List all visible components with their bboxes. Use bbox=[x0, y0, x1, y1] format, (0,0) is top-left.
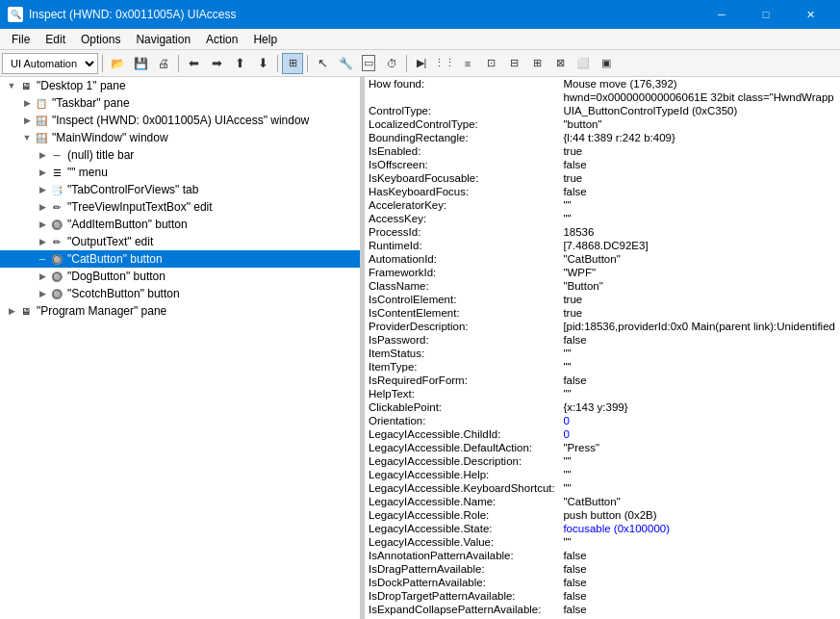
toolbar-btn-r8[interactable]: ⬜ bbox=[573, 53, 594, 74]
prop-value-itemstatus: "" bbox=[559, 347, 840, 360]
tree-node-mainwindow[interactable]: ▼ 🪟 "MainWindow" window bbox=[0, 129, 360, 146]
menu-bar: File Edit Options Navigation Action Help bbox=[0, 29, 840, 50]
prop-label-hwnd bbox=[365, 90, 559, 104]
tree-node-inspect[interactable]: ▶ 🪟 "Inspect (HWND: 0x0011005A) UIAccess… bbox=[0, 112, 360, 129]
prop-label-legacyhelp: LegacyIAccessible.Help: bbox=[365, 468, 559, 481]
icon-dogbutton: 🔘 bbox=[50, 270, 64, 283]
prop-row-isoffscreen: IsOffscreen: false bbox=[365, 158, 840, 171]
toolbar-btn-r7[interactable]: ⊠ bbox=[549, 53, 571, 74]
prop-label-itemstatus: ItemStatus: bbox=[365, 347, 559, 360]
tree-node-progmgr[interactable]: ▶ 🖥 "Program Manager" pane bbox=[0, 302, 360, 320]
prop-row-isdock: IsDockPatternAvailable: false bbox=[365, 576, 840, 589]
prop-row-haskeyboardfocus: HasKeyboardFocus: false bbox=[365, 185, 840, 198]
automation-mode-select[interactable]: UI Automation bbox=[2, 53, 98, 74]
prop-label-isdroptarget: IsDropTargetPatternAvailable: bbox=[365, 589, 559, 603]
toolbar-btn-r3[interactable]: ≡ bbox=[457, 53, 478, 74]
toolbar-btn-r6[interactable]: ⊞ bbox=[526, 53, 547, 74]
maximize-button[interactable]: □ bbox=[744, 0, 788, 29]
tree-node-dogbutton[interactable]: ▶ 🔘 "DogButton" button bbox=[0, 268, 360, 285]
tree-node-tabcontrol[interactable]: ▶ 📑 "TabControlForViews" tab bbox=[0, 181, 360, 198]
prop-value-isoffscreen: false bbox=[559, 158, 840, 171]
menu-navigation[interactable]: Navigation bbox=[128, 30, 198, 49]
prop-row-hwnd: hwnd=0x000000000006061E 32bit class="Hwn… bbox=[365, 90, 840, 104]
prop-value-clickablepoint: {x:143 y:399} bbox=[559, 400, 840, 414]
tree-node-catbutton[interactable]: ─ 🔘 "CatButton" button bbox=[0, 250, 360, 268]
toolbar-btn-r5[interactable]: ⊟ bbox=[503, 53, 524, 74]
toolbar-btn-r1[interactable]: ▶| bbox=[411, 53, 432, 74]
menu-action[interactable]: Action bbox=[198, 30, 245, 49]
menu-options[interactable]: Options bbox=[73, 30, 128, 49]
prop-row-helptext: HelpText: "" bbox=[365, 387, 840, 400]
tree-node-outputtext[interactable]: ▶ ✏ "OutputText" edit bbox=[0, 233, 360, 250]
toolbar-btn-r2[interactable]: ⋮⋮ bbox=[434, 53, 455, 74]
prop-value-hwnd: hwnd=0x000000000006061E 32bit class="Hwn… bbox=[559, 90, 840, 104]
toolbar-btn-open[interactable]: 📂 bbox=[107, 53, 128, 74]
prop-value-isannotation: false bbox=[559, 549, 840, 562]
prop-value-providerdesc: [pid:18536,providerId:0x0 Main(parent li… bbox=[559, 320, 840, 333]
minimize-button[interactable]: ─ bbox=[700, 0, 744, 29]
tree-node-additem[interactable]: ▶ 🔘 "AddItemButton" button bbox=[0, 216, 360, 233]
expander-tabcontrol: ▶ bbox=[35, 182, 50, 197]
expander-desktop: ▼ bbox=[4, 78, 19, 93]
window-title: Inspect (HWND: 0x0011005A) UIAccess bbox=[29, 8, 236, 21]
prop-row-itemtype: ItemType: "" bbox=[365, 360, 840, 374]
tree-node-menu[interactable]: ▶ ☰ "" menu bbox=[0, 164, 360, 181]
tree-node-treeinput[interactable]: ▶ ✏ "TreeViewInputTextBox" edit bbox=[0, 198, 360, 216]
tree-node-desktop[interactable]: ▼ 🖥 "Desktop 1" pane bbox=[0, 77, 360, 94]
close-button[interactable]: ✕ bbox=[788, 0, 832, 29]
prop-value-legacydefaultaction: "Press" bbox=[559, 441, 840, 454]
prop-row-isannotation: IsAnnotationPatternAvailable: false bbox=[365, 549, 840, 562]
toolbar-btn-settings[interactable]: 🔧 bbox=[335, 53, 356, 74]
toolbar-btn-rect[interactable]: ▭ bbox=[358, 53, 379, 74]
label-dogbutton: "DogButton" button bbox=[65, 270, 167, 283]
prop-row-processid: ProcessId: 18536 bbox=[365, 225, 840, 239]
prop-row-frameworkid: FrameworkId: "WPF" bbox=[365, 266, 840, 279]
prop-value-frameworkid: "WPF" bbox=[559, 266, 840, 279]
toolbar-btn-nav-up[interactable]: ⬆ bbox=[229, 53, 250, 74]
prop-value-legacyvalue: "" bbox=[559, 535, 840, 549]
menu-help[interactable]: Help bbox=[245, 30, 285, 49]
toolbar-btn-cursor[interactable]: ↖ bbox=[312, 53, 333, 74]
prop-value-isdrag: false bbox=[559, 562, 840, 576]
prop-label-haskeyboardfocus: HasKeyboardFocus: bbox=[365, 185, 559, 198]
toolbar-btn-r4[interactable]: ⊡ bbox=[480, 53, 501, 74]
prop-label-clickablepoint: ClickablePoint: bbox=[365, 400, 559, 414]
tree-node-scotchbutton[interactable]: ▶ 🔘 "ScotchButton" button bbox=[0, 285, 360, 302]
icon-treeinput: ✏ bbox=[50, 200, 64, 214]
toolbar-btn-save[interactable]: 💾 bbox=[130, 53, 151, 74]
expander-treeinput: ▶ bbox=[35, 199, 50, 215]
icon-desktop: 🖥 bbox=[19, 79, 33, 92]
menu-file[interactable]: File bbox=[4, 30, 38, 49]
prop-value-iscontrolelement: true bbox=[559, 293, 840, 306]
prop-row-legacydefaultaction: LegacyIAccessible.DefaultAction: "Press" bbox=[365, 441, 840, 454]
toolbar-btn-timer[interactable]: ⏱ bbox=[381, 53, 402, 74]
menu-edit[interactable]: Edit bbox=[38, 30, 73, 49]
icon-titlebar: ─ bbox=[50, 148, 64, 162]
toolbar-btn-3[interactable]: 🖨 bbox=[153, 53, 174, 74]
label-desktop: "Desktop 1" pane bbox=[35, 79, 128, 92]
toolbar-btn-highlight[interactable]: ⊞ bbox=[282, 53, 303, 74]
prop-row-iskeyboardfocusable: IsKeyboardFocusable: true bbox=[365, 171, 840, 185]
prop-label-providerdesc: ProviderDescription: bbox=[365, 320, 559, 333]
label-treeinput: "TreeViewInputTextBox" edit bbox=[65, 200, 215, 214]
prop-row-automationid: AutomationId: "CatButton" bbox=[365, 252, 840, 266]
toolbar-btn-nav-down[interactable]: ⬇ bbox=[252, 53, 273, 74]
tree-node-taskbar[interactable]: ▶ 📋 "Taskbar" pane bbox=[0, 94, 360, 112]
icon-progmgr: 🖥 bbox=[19, 304, 33, 318]
prop-value-orientation: 0 bbox=[559, 414, 840, 427]
icon-taskbar: 📋 bbox=[35, 96, 48, 110]
prop-label-isenabled: IsEnabled: bbox=[365, 144, 559, 158]
expander-additem: ▶ bbox=[35, 217, 50, 232]
toolbar-btn-nav-left[interactable]: ⬅ bbox=[183, 53, 204, 74]
label-catbutton: "CatButton" button bbox=[65, 252, 165, 266]
toolbar-btn-r9[interactable]: ▣ bbox=[596, 53, 617, 74]
tree-node-titlebar[interactable]: ▶ ─ (null) title bar bbox=[0, 146, 360, 164]
prop-value-iscontentelement: true bbox=[559, 306, 840, 320]
toolbar-btn-nav-right[interactable]: ➡ bbox=[206, 53, 227, 74]
prop-row-itemstatus: ItemStatus: "" bbox=[365, 347, 840, 360]
prop-row-legacyvalue: LegacyIAccessible.Value: "" bbox=[365, 535, 840, 549]
prop-row-legacychildid: LegacyIAccessible.ChildId: 0 bbox=[365, 427, 840, 441]
prop-label-legacydescription: LegacyIAccessible.Description: bbox=[365, 454, 559, 468]
prop-label-classname: ClassName: bbox=[365, 279, 559, 293]
prop-label-legacykeyboardshortcut: LegacyIAccessible.KeyboardShortcut: bbox=[365, 481, 559, 495]
